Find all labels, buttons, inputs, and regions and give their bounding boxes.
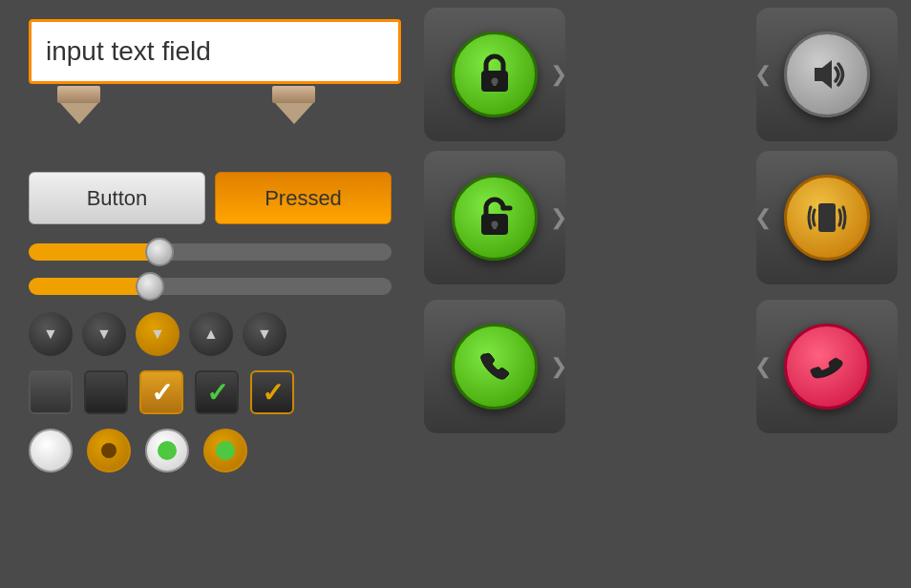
lock-closed-icon xyxy=(452,32,538,117)
radio-inner-1 xyxy=(43,443,58,458)
chevron-left-icon: ❮ xyxy=(754,205,772,230)
chevron-down-icon: ▼ xyxy=(257,326,272,343)
lock-open-icon xyxy=(452,175,538,261)
dropdown-btn-3[interactable]: ▼ xyxy=(136,312,180,356)
speaker-icon xyxy=(784,32,870,117)
chevron-right-icon: ❯ xyxy=(550,62,567,87)
top-center-spacer xyxy=(573,8,749,141)
widget-row-top: ❯ ❮ xyxy=(424,8,898,141)
radio-row xyxy=(29,429,392,472)
checkmark-icon: ✓ xyxy=(206,377,228,409)
widget-lock-top[interactable]: ❯ xyxy=(424,8,565,141)
widget-lock-open[interactable]: ❯ xyxy=(424,151,565,284)
widget-phone-end[interactable]: ❮ xyxy=(756,300,898,433)
bot-center-spacer xyxy=(573,300,749,433)
widget-row-bot: ❯ ❮ xyxy=(424,300,898,433)
svg-rect-6 xyxy=(493,224,497,229)
checkbox-5[interactable]: ✓ xyxy=(250,370,294,414)
widget-vibrate[interactable]: ❮ xyxy=(756,151,898,284)
slider-1[interactable] xyxy=(29,243,392,261)
radio-inner-2 xyxy=(101,443,117,458)
radio-inner-3 xyxy=(158,441,177,460)
chevron-right-icon: ❯ xyxy=(550,205,567,230)
checkbox-4[interactable]: ✓ xyxy=(195,370,239,414)
chevron-up-icon: ▲ xyxy=(203,326,219,343)
checkmark-icon: ✓ xyxy=(262,377,284,409)
phone-answer-icon xyxy=(452,324,538,410)
widget-row-mid: ❯ ❮ xyxy=(424,151,898,284)
chevron-right-icon: ❯ xyxy=(550,354,567,379)
checkbox-3[interactable]: ✓ xyxy=(139,370,183,414)
dropdown-btn-5[interactable]: ▼ xyxy=(243,312,286,356)
radio-btn-2[interactable] xyxy=(87,429,131,472)
chevron-down-icon: ▼ xyxy=(96,326,112,343)
pressed-button[interactable]: Pressed xyxy=(215,172,392,224)
dropdown-btn-1[interactable]: ▼ xyxy=(29,312,73,356)
normal-button[interactable]: Button xyxy=(29,172,205,224)
dropdown-btn-4[interactable]: ▲ xyxy=(189,312,233,356)
checkbox-2[interactable] xyxy=(84,370,128,414)
svg-rect-2 xyxy=(493,81,497,86)
widget-phone-answer[interactable]: ❯ xyxy=(424,300,565,433)
vibrate-icon xyxy=(784,175,870,261)
radio-btn-4[interactable] xyxy=(203,429,247,472)
chevron-left-icon: ❮ xyxy=(754,62,772,87)
right-arrow-indicator xyxy=(272,86,315,124)
mid-center-spacer xyxy=(573,151,749,284)
dropdown-row: ▼ ▼ ▼ ▲ ▼ xyxy=(29,312,392,356)
left-arrow-indicator xyxy=(57,86,100,124)
chevron-down-icon: ▼ xyxy=(43,326,58,343)
slider1-container xyxy=(29,243,392,261)
dropdown-btn-2[interactable]: ▼ xyxy=(82,312,126,356)
checkmark-icon: ✓ xyxy=(151,377,173,409)
radio-inner-4 xyxy=(216,441,235,460)
svg-marker-3 xyxy=(815,60,832,89)
checkbox-1[interactable] xyxy=(29,370,73,414)
button-row: Button Pressed xyxy=(29,172,392,224)
checkbox-row: ✓ ✓ ✓ xyxy=(29,370,392,414)
slider2-container xyxy=(29,278,392,295)
chevron-down-icon: ▼ xyxy=(150,326,165,343)
radio-btn-1[interactable] xyxy=(29,429,73,472)
slider-2[interactable] xyxy=(29,278,392,295)
input-arrows xyxy=(29,86,392,124)
radio-btn-3[interactable] xyxy=(145,429,189,472)
chevron-left-icon: ❮ xyxy=(754,354,772,379)
widget-speaker-top[interactable]: ❮ xyxy=(756,8,898,141)
text-input[interactable]: input text field xyxy=(29,19,401,84)
phone-end-icon xyxy=(784,324,870,410)
svg-rect-7 xyxy=(818,203,836,232)
input-container: input text field xyxy=(29,19,392,124)
